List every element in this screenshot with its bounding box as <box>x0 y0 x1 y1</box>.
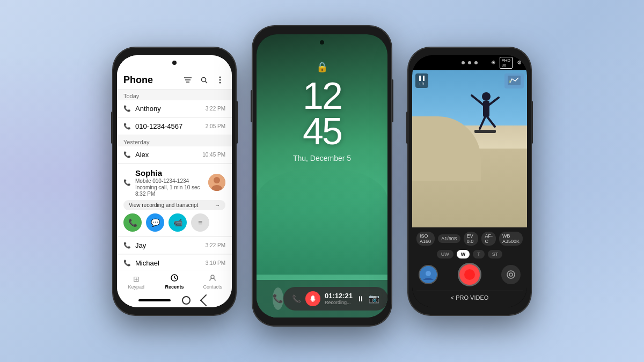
rec-phone-icon: 📞 <box>292 294 301 303</box>
sophia-header: 📞 Sophia Mobile 010-1234-1234 Incoming c… <box>123 168 225 197</box>
phone-2: 🔒 12 45 Thu, December 5 📞 📞 <box>252 26 392 326</box>
record-dot <box>464 269 475 280</box>
camera-btn[interactable]: 📷 <box>369 293 379 304</box>
recording-btn-label: View recording and transcript <box>129 202 198 208</box>
nav-bottom-bar <box>117 294 232 307</box>
svg-point-3 <box>201 77 206 82</box>
recents-icon <box>171 274 178 283</box>
shutter-badge[interactable]: A1/60S <box>438 234 460 243</box>
map-thumbnail <box>504 73 524 88</box>
pro-video-label[interactable]: < PRO VIDEO <box>416 291 523 303</box>
lock-call-btn[interactable]: 📞 <box>273 287 283 310</box>
keypad-icon: ⊞ <box>133 275 140 283</box>
yesterday-label: Yesterday <box>117 136 232 146</box>
record-button[interactable] <box>458 263 481 286</box>
hour-display: 12 <box>303 78 341 114</box>
back-button[interactable] <box>200 294 212 307</box>
wb-badge[interactable]: WB A3500K <box>499 232 523 246</box>
status-bar-1 <box>117 55 232 70</box>
bluetooth-icon: ✳ <box>491 60 495 65</box>
call-icon-jay: 📞 <box>123 242 131 249</box>
video-top-bar: ✳ FHD30 ⚙ <box>412 55 527 70</box>
call-time-anthony: 3:22 PM <box>206 106 225 112</box>
settings-icon: ⚙ <box>517 60 522 65</box>
phone-title: Phone <box>123 75 153 86</box>
video-overlays: LR <box>412 70 527 227</box>
sophia-number: Mobile 010-1234-1234 <box>135 178 200 184</box>
lens-uw[interactable]: UW <box>437 250 453 258</box>
lock-wave <box>257 167 387 275</box>
home-button[interactable] <box>182 296 191 305</box>
af-badge[interactable]: AF-C <box>481 232 496 246</box>
more-icon[interactable] <box>215 75 225 85</box>
call-item-left-2: 📞 010-1234-4567 <box>123 122 182 130</box>
recording-time: 01:12:21 <box>325 292 353 300</box>
pause-bar-1 <box>419 76 421 81</box>
rec-audio-icon <box>305 291 320 306</box>
iso-badge[interactable]: ISO A160 <box>416 232 435 246</box>
video-settings-btn[interactable] <box>501 265 521 284</box>
lock-date: Thu, December 5 <box>293 154 351 162</box>
svg-point-14 <box>211 275 214 278</box>
lens-row: UW W T ST <box>416 250 523 258</box>
call-item-alex[interactable]: 📞 Alex 10:45 PM <box>117 146 232 164</box>
call-item-michael[interactable]: 📞 Michael 3:10 PM <box>117 255 232 270</box>
keypad-label: Keypad <box>128 284 144 290</box>
sophia-recording-btn[interactable]: View recording and transcript → <box>123 200 225 210</box>
call-item-left: 📞 Anthony <box>123 105 161 113</box>
sophia-left: 📞 Sophia Mobile 010-1234-1234 Incoming c… <box>123 168 200 197</box>
pause-bar-2 <box>423 76 425 81</box>
cam-dot-2 <box>468 61 471 64</box>
cam-dot-1 <box>462 61 465 64</box>
video-top-icons: ✳ FHD30 ⚙ <box>491 57 522 69</box>
message-action-btn[interactable]: 💬 <box>146 213 164 232</box>
contact-name-anthony: Anthony <box>135 105 161 113</box>
call-icon-3: 📞 <box>123 151 131 158</box>
search-icon[interactable] <box>199 75 209 85</box>
call-item-anthony[interactable]: 📞 Anthony 3:22 PM <box>117 100 232 117</box>
vid-top-overlay: LR <box>415 73 524 88</box>
call-item-number[interactable]: 📞 010-1234-4567 2:05 PM <box>117 118 232 135</box>
tab-keypad[interactable]: ⊞ Keypad <box>117 275 155 290</box>
call-icon-michael: 📞 <box>123 260 131 267</box>
lock-camera-dot <box>320 40 324 45</box>
contact-name-alex: Alex <box>135 151 149 159</box>
phone-call-icon: 📞 <box>273 293 283 304</box>
sophia-expanded-item[interactable]: 📞 Sophia Mobile 010-1234-1234 Incoming c… <box>117 164 232 237</box>
recording-text: 01:12:21 Recording... <box>325 292 353 305</box>
sophia-time: 8:32 PM <box>135 191 200 197</box>
nav-tabs: ⊞ Keypad Recents <box>117 270 232 294</box>
tab-recents[interactable]: Recents <box>155 274 193 290</box>
tab-contacts[interactable]: Contacts <box>194 274 232 290</box>
contacts-label: Contacts <box>203 284 223 290</box>
gallery-thumbnail[interactable] <box>419 265 438 284</box>
svg-point-5 <box>219 77 221 78</box>
lens-w[interactable]: W <box>457 250 470 258</box>
vid-pause-btn[interactable]: LR <box>415 73 428 88</box>
lens-st[interactable]: ST <box>488 250 503 258</box>
menu-action-btn[interactable]: ≡ <box>191 213 209 232</box>
filter-icon[interactable] <box>182 75 193 85</box>
camera-sensors <box>462 61 478 64</box>
video-controls-area: ISO A160 A1/60S EV 0.0 AF-C WB A3500K UW… <box>412 227 527 307</box>
lock-bottom-bar: 📞 📞 01:12:21 Recording... ⏸ 📷 <box>257 280 387 317</box>
sophia-call-detail: Incoming call, 1 min 10 sec <box>135 184 200 190</box>
sophia-avatar <box>208 174 225 191</box>
lens-t[interactable]: T <box>473 250 485 258</box>
call-time-michael: 3:10 PM <box>206 260 225 266</box>
sophia-name: Sophia <box>135 168 200 178</box>
sophia-actions: 📞 💬 📹 ≡ <box>123 213 225 232</box>
svg-point-27 <box>507 271 515 278</box>
call-item-jay[interactable]: 📞 Jay 3:22 PM <box>117 237 232 254</box>
video-action-btn[interactable]: 📹 <box>169 213 187 232</box>
call-action-btn[interactable]: 📞 <box>123 213 142 232</box>
pause-btn[interactable]: ⏸ <box>357 294 364 303</box>
sophia-info: Sophia Mobile 010-1234-1234 Incoming cal… <box>135 168 200 197</box>
call-item-left-jay: 📞 Jay <box>123 241 146 249</box>
recording-pill[interactable]: 📞 01:12:21 Recording... ⏸ 📷 <box>283 287 387 311</box>
svg-line-4 <box>205 81 207 83</box>
iso-row: ISO A160 A1/60S EV 0.0 AF-C WB A3500K <box>416 232 523 246</box>
sophia-call-icon: 📞 <box>123 179 131 186</box>
ev-badge[interactable]: EV 0.0 <box>464 232 479 246</box>
phone-3: ✳ FHD30 ⚙ <box>408 47 531 315</box>
